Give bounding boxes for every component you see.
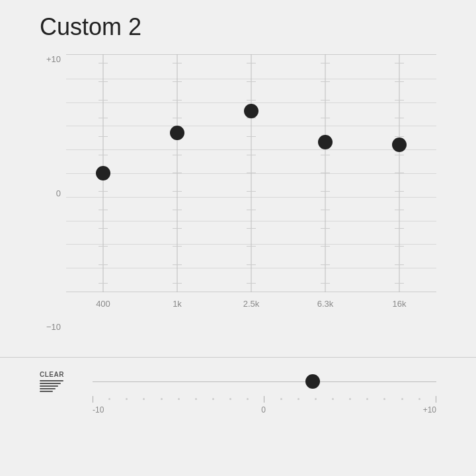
slider-track-16k bbox=[399, 54, 400, 292]
h-axis-label-min: -10 bbox=[93, 405, 104, 415]
x-label-2.5k: 2.5k bbox=[214, 299, 288, 309]
sliders-area bbox=[66, 54, 436, 292]
h-tick-major bbox=[436, 396, 436, 403]
x-label-6.3k: 6.3k bbox=[288, 299, 362, 309]
slider-track-2.5k bbox=[251, 54, 252, 292]
bass-slider-thumb[interactable] bbox=[305, 374, 320, 389]
h-tick-dot bbox=[401, 398, 403, 400]
h-tick-dot bbox=[143, 398, 145, 400]
h-tick-dot bbox=[108, 398, 110, 400]
bass-slider-track bbox=[93, 381, 436, 382]
x-label-400: 400 bbox=[66, 299, 140, 309]
bass-slider-container bbox=[93, 375, 436, 388]
h-tick-dot bbox=[349, 398, 351, 400]
slider-col-400 bbox=[66, 54, 140, 292]
clear-bass-icon[interactable]: CLEAR bbox=[40, 371, 79, 392]
h-tick-dot bbox=[247, 398, 249, 400]
h-tick-dot bbox=[195, 398, 197, 400]
h-tick-dot bbox=[126, 398, 128, 400]
y-label-mid: 0 bbox=[56, 188, 61, 198]
h-tick-dot bbox=[229, 398, 231, 400]
h-ticks-row: -10 0 +10 bbox=[40, 396, 436, 415]
y-axis: +10 0 −10 bbox=[40, 54, 66, 332]
slider-col-2.5k bbox=[214, 54, 288, 292]
x-label-1k: 1k bbox=[140, 299, 214, 309]
bottom-section: CLEAR bbox=[0, 358, 476, 476]
h-tick-major bbox=[264, 396, 264, 403]
slider-col-1k bbox=[140, 54, 214, 292]
h-axis-label-mid: 0 bbox=[261, 405, 266, 415]
h-tick-dot bbox=[161, 398, 163, 400]
h-tick-dot bbox=[366, 398, 368, 400]
clear-label: CLEAR bbox=[40, 371, 64, 378]
x-label-16k: 16k bbox=[362, 299, 436, 309]
slider-thumb-400[interactable] bbox=[96, 166, 110, 180]
h-axis-label-max: +10 bbox=[423, 405, 436, 415]
page-title: Custom 2 bbox=[40, 0, 436, 48]
eq-container: +10 0 −10 bbox=[40, 54, 436, 332]
slider-thumb-2.5k[interactable] bbox=[244, 104, 258, 118]
h-tick-dot bbox=[418, 398, 420, 400]
bass-row: CLEAR bbox=[40, 371, 436, 392]
h-tick-dot bbox=[332, 398, 334, 400]
top-section: Custom 2 +10 0 −10 bbox=[0, 0, 476, 357]
bass-lines bbox=[40, 380, 63, 392]
slider-thumb-1k[interactable] bbox=[170, 126, 184, 140]
h-tick-dot bbox=[178, 398, 180, 400]
slider-col-6.3k bbox=[288, 54, 362, 292]
slider-thumb-16k[interactable] bbox=[392, 138, 407, 152]
h-tick-dot bbox=[315, 398, 317, 400]
x-axis: 400 1k 2.5k 6.3k 16k bbox=[66, 299, 436, 309]
h-tick-major bbox=[93, 396, 93, 403]
h-tick-dot bbox=[298, 398, 299, 400]
slider-col-16k bbox=[362, 54, 436, 292]
slider-track-6.3k bbox=[325, 54, 326, 292]
h-tick-dot bbox=[280, 398, 282, 400]
h-tick-dot bbox=[383, 398, 385, 400]
slider-thumb-6.3k[interactable] bbox=[318, 135, 333, 149]
h-tick-dot bbox=[212, 398, 214, 400]
y-label-top: +10 bbox=[46, 54, 61, 64]
h-axis-labels: -10 0 +10 bbox=[93, 405, 436, 415]
y-label-bot: −10 bbox=[46, 322, 61, 332]
slider-track-1k bbox=[177, 54, 178, 292]
